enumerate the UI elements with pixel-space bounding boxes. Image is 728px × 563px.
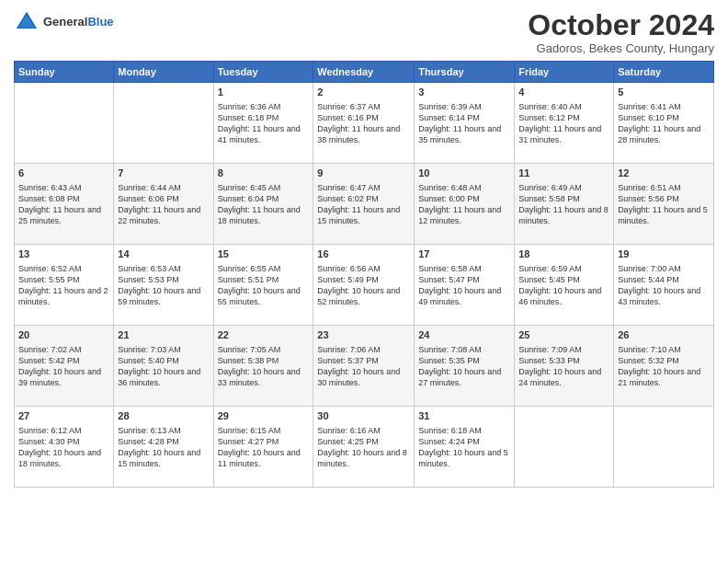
calendar-cell: 3Sunrise: 6:39 AM Sunset: 6:14 PM Daylig… <box>415 83 515 164</box>
day-info: Sunrise: 6:37 AM Sunset: 6:16 PM Dayligh… <box>317 101 410 146</box>
day-number: 25 <box>518 328 609 342</box>
header-day-thursday: Thursday <box>415 62 515 83</box>
day-info: Sunrise: 6:45 AM Sunset: 6:04 PM Dayligh… <box>218 182 310 227</box>
day-info: Sunrise: 7:02 AM Sunset: 5:42 PM Dayligh… <box>18 344 109 389</box>
header-day-friday: Friday <box>515 62 614 83</box>
calendar-cell: 6Sunrise: 6:43 AM Sunset: 6:08 PM Daylig… <box>15 164 114 245</box>
logo-blue: Blue <box>87 15 113 29</box>
day-number: 7 <box>118 167 209 180</box>
logo-general: General <box>43 15 87 29</box>
week-row-1: 6Sunrise: 6:43 AM Sunset: 6:08 PM Daylig… <box>15 164 714 245</box>
day-info: Sunrise: 6:40 AM Sunset: 6:12 PM Dayligh… <box>518 101 609 146</box>
day-number: 18 <box>518 247 609 261</box>
day-info: Sunrise: 6:51 AM Sunset: 5:56 PM Dayligh… <box>618 182 710 227</box>
calendar-cell: 14Sunrise: 6:53 AM Sunset: 5:53 PM Dayli… <box>114 245 213 326</box>
day-number: 11 <box>518 167 609 180</box>
day-info: Sunrise: 6:16 AM Sunset: 4:25 PM Dayligh… <box>317 425 410 470</box>
calendar-cell: 20Sunrise: 7:02 AM Sunset: 5:42 PM Dayli… <box>15 326 114 407</box>
day-info: Sunrise: 6:48 AM Sunset: 6:00 PM Dayligh… <box>418 182 510 227</box>
logo: GeneralBlue <box>14 9 114 35</box>
calendar-cell: 18Sunrise: 6:59 AM Sunset: 5:45 PM Dayli… <box>515 245 614 326</box>
calendar-cell: 8Sunrise: 6:45 AM Sunset: 6:04 PM Daylig… <box>213 164 313 245</box>
day-number: 20 <box>18 328 109 342</box>
day-info: Sunrise: 7:03 AM Sunset: 5:40 PM Dayligh… <box>118 344 209 389</box>
day-number: 23 <box>317 328 410 342</box>
day-number: 8 <box>218 167 310 180</box>
location-subtitle: Gadoros, Bekes County, Hungary <box>528 41 714 55</box>
day-info: Sunrise: 6:13 AM Sunset: 4:28 PM Dayligh… <box>118 425 209 470</box>
calendar-cell: 26Sunrise: 7:10 AM Sunset: 5:32 PM Dayli… <box>614 326 714 407</box>
day-number: 24 <box>418 328 510 342</box>
day-number: 22 <box>218 328 310 342</box>
day-number: 27 <box>18 409 109 423</box>
calendar-cell: 1Sunrise: 6:36 AM Sunset: 6:18 PM Daylig… <box>213 83 313 164</box>
header-day-tuesday: Tuesday <box>213 62 313 83</box>
day-number: 21 <box>118 328 209 342</box>
calendar-cell: 4Sunrise: 6:40 AM Sunset: 6:12 PM Daylig… <box>515 83 614 164</box>
page: GeneralBlue October 2024 Gadoros, Bekes … <box>0 0 728 563</box>
svg-rect-2 <box>20 23 33 25</box>
day-number: 31 <box>418 409 510 423</box>
day-info: Sunrise: 7:00 AM Sunset: 5:44 PM Dayligh… <box>618 263 710 308</box>
logo-text: GeneralBlue <box>43 15 114 29</box>
calendar-header: SundayMondayTuesdayWednesdayThursdayFrid… <box>15 62 714 83</box>
day-number: 5 <box>618 86 710 99</box>
day-number: 13 <box>18 247 109 261</box>
day-info: Sunrise: 7:09 AM Sunset: 5:33 PM Dayligh… <box>518 344 609 389</box>
day-number: 26 <box>618 328 710 342</box>
calendar-cell: 9Sunrise: 6:47 AM Sunset: 6:02 PM Daylig… <box>313 164 415 245</box>
month-title: October 2024 <box>528 9 714 41</box>
day-info: Sunrise: 6:55 AM Sunset: 5:51 PM Dayligh… <box>218 263 310 308</box>
header-day-sunday: Sunday <box>15 62 114 83</box>
header-day-saturday: Saturday <box>614 62 714 83</box>
calendar-cell: 5Sunrise: 6:41 AM Sunset: 6:10 PM Daylig… <box>614 83 714 164</box>
day-info: Sunrise: 7:05 AM Sunset: 5:38 PM Dayligh… <box>218 344 310 389</box>
day-number: 14 <box>118 247 209 261</box>
calendar-cell: 31Sunrise: 6:18 AM Sunset: 4:24 PM Dayli… <box>415 407 515 488</box>
calendar-cell <box>114 83 213 164</box>
calendar-cell: 29Sunrise: 6:15 AM Sunset: 4:27 PM Dayli… <box>213 407 313 488</box>
calendar-cell <box>614 407 714 488</box>
day-number: 30 <box>317 409 410 423</box>
header-row: SundayMondayTuesdayWednesdayThursdayFrid… <box>15 62 714 83</box>
day-info: Sunrise: 6:58 AM Sunset: 5:47 PM Dayligh… <box>418 263 510 308</box>
calendar-body: 1Sunrise: 6:36 AM Sunset: 6:18 PM Daylig… <box>15 83 714 488</box>
calendar-cell: 10Sunrise: 6:48 AM Sunset: 6:00 PM Dayli… <box>415 164 515 245</box>
day-info: Sunrise: 6:49 AM Sunset: 5:58 PM Dayligh… <box>518 182 609 227</box>
day-info: Sunrise: 6:15 AM Sunset: 4:27 PM Dayligh… <box>218 425 310 470</box>
day-info: Sunrise: 6:36 AM Sunset: 6:18 PM Dayligh… <box>218 101 310 146</box>
day-number: 29 <box>218 409 310 423</box>
day-info: Sunrise: 6:52 AM Sunset: 5:55 PM Dayligh… <box>18 263 109 308</box>
calendar: SundayMondayTuesdayWednesdayThursdayFrid… <box>14 61 714 488</box>
calendar-cell <box>15 83 114 164</box>
day-info: Sunrise: 6:56 AM Sunset: 5:49 PM Dayligh… <box>317 263 410 308</box>
header: GeneralBlue October 2024 Gadoros, Bekes … <box>14 9 714 55</box>
calendar-cell: 17Sunrise: 6:58 AM Sunset: 5:47 PM Dayli… <box>415 245 515 326</box>
calendar-cell: 7Sunrise: 6:44 AM Sunset: 6:06 PM Daylig… <box>114 164 213 245</box>
day-info: Sunrise: 6:41 AM Sunset: 6:10 PM Dayligh… <box>618 101 710 146</box>
day-number: 9 <box>317 167 410 180</box>
week-row-2: 13Sunrise: 6:52 AM Sunset: 5:55 PM Dayli… <box>15 245 714 326</box>
calendar-cell: 25Sunrise: 7:09 AM Sunset: 5:33 PM Dayli… <box>515 326 614 407</box>
day-number: 17 <box>418 247 510 261</box>
day-number: 3 <box>418 86 510 99</box>
calendar-cell: 22Sunrise: 7:05 AM Sunset: 5:38 PM Dayli… <box>213 326 313 407</box>
day-info: Sunrise: 6:18 AM Sunset: 4:24 PM Dayligh… <box>418 425 510 470</box>
calendar-cell: 16Sunrise: 6:56 AM Sunset: 5:49 PM Dayli… <box>313 245 415 326</box>
day-info: Sunrise: 7:10 AM Sunset: 5:32 PM Dayligh… <box>618 344 710 389</box>
day-info: Sunrise: 6:44 AM Sunset: 6:06 PM Dayligh… <box>118 182 209 227</box>
day-number: 2 <box>317 86 410 99</box>
calendar-cell: 13Sunrise: 6:52 AM Sunset: 5:55 PM Dayli… <box>15 245 114 326</box>
day-number: 1 <box>218 86 310 99</box>
header-day-wednesday: Wednesday <box>313 62 415 83</box>
calendar-cell: 2Sunrise: 6:37 AM Sunset: 6:16 PM Daylig… <box>313 83 415 164</box>
title-block: October 2024 Gadoros, Bekes County, Hung… <box>528 9 714 55</box>
day-number: 28 <box>118 409 209 423</box>
calendar-cell: 15Sunrise: 6:55 AM Sunset: 5:51 PM Dayli… <box>213 245 313 326</box>
day-info: Sunrise: 6:59 AM Sunset: 5:45 PM Dayligh… <box>518 263 609 308</box>
calendar-cell <box>515 407 614 488</box>
day-info: Sunrise: 6:39 AM Sunset: 6:14 PM Dayligh… <box>418 101 510 146</box>
day-number: 4 <box>518 86 609 99</box>
header-day-monday: Monday <box>114 62 213 83</box>
week-row-0: 1Sunrise: 6:36 AM Sunset: 6:18 PM Daylig… <box>15 83 714 164</box>
